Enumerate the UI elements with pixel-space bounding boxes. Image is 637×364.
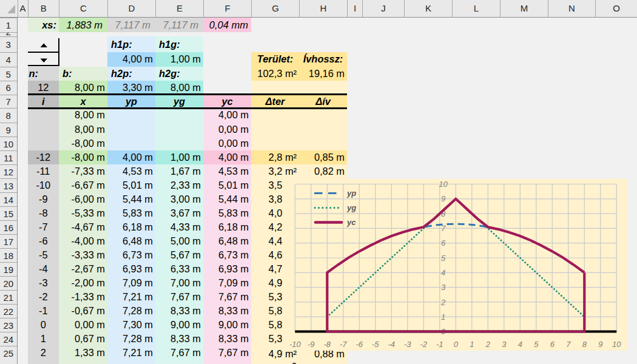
svg-text:3: 3 <box>441 283 446 292</box>
svg-text:5: 5 <box>534 340 539 349</box>
svg-text:7: 7 <box>566 340 571 349</box>
svg-text:6: 6 <box>550 340 555 349</box>
svg-text:2: 2 <box>485 340 491 349</box>
svg-text:2: 2 <box>440 298 446 307</box>
svg-text:1: 1 <box>441 312 445 322</box>
svg-text:-10: -10 <box>289 340 302 349</box>
svg-text:6: 6 <box>441 238 446 248</box>
svg-text:8: 8 <box>582 340 587 349</box>
svg-text:1: 1 <box>470 340 474 349</box>
svg-text:4: 4 <box>518 340 522 349</box>
svg-text:-8: -8 <box>324 340 331 349</box>
svg-text:-4: -4 <box>388 340 396 349</box>
svg-text:-3: -3 <box>404 340 411 349</box>
svg-text:yc: yc <box>346 218 356 227</box>
svg-text:-2: -2 <box>420 340 428 349</box>
svg-text:0: 0 <box>454 340 459 349</box>
svg-text:4: 4 <box>441 268 445 277</box>
svg-text:yg: yg <box>346 203 356 212</box>
svg-text:-7: -7 <box>340 340 347 349</box>
svg-text:3: 3 <box>502 340 507 349</box>
svg-text:-9: -9 <box>308 340 315 349</box>
svg-text:9: 9 <box>598 340 602 349</box>
svg-text:5: 5 <box>441 254 446 263</box>
svg-text:9: 9 <box>441 194 445 203</box>
svg-text:yp: yp <box>346 189 356 198</box>
svg-text:-6: -6 <box>356 340 363 349</box>
svg-text:-1: -1 <box>436 340 443 349</box>
svg-text:-5: -5 <box>372 340 379 349</box>
svg-text:10: 10 <box>439 180 448 189</box>
svg-text:10: 10 <box>612 340 621 349</box>
